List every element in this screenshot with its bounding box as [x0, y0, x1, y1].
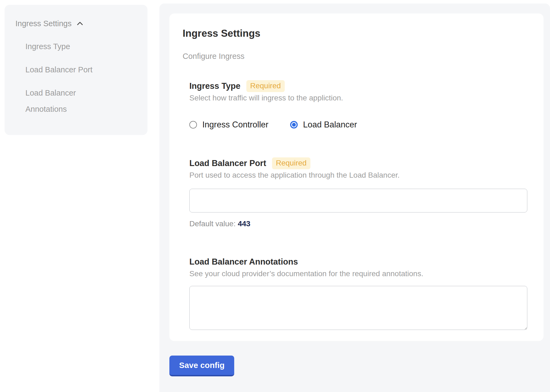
field-load-balancer-port-label: Load Balancer Port: [189, 158, 266, 168]
sidebar-section-label: Ingress Settings: [15, 19, 72, 28]
radio-option-ingress-controller[interactable]: Ingress Controller: [189, 120, 269, 130]
default-value: 443: [238, 219, 250, 228]
field-load-balancer-port: Load Balancer Port Required Port used to…: [189, 157, 527, 229]
sidebar-item-load-balancer-annotations[interactable]: Load Balancer Annotations: [25, 85, 106, 117]
main-panel: Ingress Settings Configure Ingress Ingre…: [159, 4, 550, 392]
page-subtitle: Configure Ingress: [183, 51, 527, 61]
chevron-up-icon: [76, 19, 84, 28]
sidebar-item-load-balancer-port[interactable]: Load Balancer Port: [25, 62, 106, 78]
field-load-balancer-port-description: Port used to access the application thro…: [189, 170, 527, 180]
field-ingress-type-label: Ingress Type: [189, 81, 240, 91]
fields-container: Ingress Type Required Select how traffic…: [189, 80, 527, 330]
load-balancer-port-input[interactable]: [189, 189, 527, 212]
sidebar-nav: Ingress Type Load Balancer Port Load Bal…: [15, 38, 137, 117]
required-badge: Required: [246, 80, 285, 92]
field-load-balancer-annotations-label: Load Balancer Annotations: [189, 257, 298, 267]
field-ingress-type-description: Select how traffic will ingress to the a…: [189, 93, 527, 103]
required-badge: Required: [272, 157, 310, 169]
ingress-type-radio-group: Ingress Controller Load Balancer: [189, 120, 527, 130]
radio-option-load-balancer[interactable]: Load Balancer: [290, 120, 357, 130]
field-load-balancer-port-heading-row: Load Balancer Port Required: [189, 157, 527, 170]
save-config-button[interactable]: Save config: [169, 356, 234, 376]
radio-unselected-icon[interactable]: [189, 121, 197, 129]
sidebar-item-ingress-type[interactable]: Ingress Type: [25, 38, 106, 55]
default-value-label: Default value:: [189, 219, 236, 228]
settings-sidebar: Ingress Settings Ingress Type Load Balan…: [5, 5, 147, 135]
load-balancer-annotations-textarea[interactable]: [189, 286, 527, 330]
ingress-settings-card: Ingress Settings Configure Ingress Ingre…: [169, 13, 544, 341]
field-load-balancer-annotations-heading-row: Load Balancer Annotations: [189, 256, 527, 268]
radio-selected-icon[interactable]: [290, 121, 298, 129]
page-title: Ingress Settings: [183, 28, 527, 39]
field-load-balancer-annotations: Load Balancer Annotations See your cloud…: [189, 256, 527, 330]
sidebar-section-ingress-settings[interactable]: Ingress Settings: [15, 18, 137, 29]
radio-option-ingress-controller-label: Ingress Controller: [202, 120, 269, 130]
field-load-balancer-annotations-description: See your cloud provider’s documentation …: [189, 269, 527, 279]
radio-option-load-balancer-label: Load Balancer: [303, 120, 357, 130]
default-value-hint: Default value:443: [189, 219, 527, 229]
field-ingress-type: Ingress Type Required Select how traffic…: [189, 80, 527, 130]
field-ingress-type-heading-row: Ingress Type Required: [189, 80, 527, 92]
